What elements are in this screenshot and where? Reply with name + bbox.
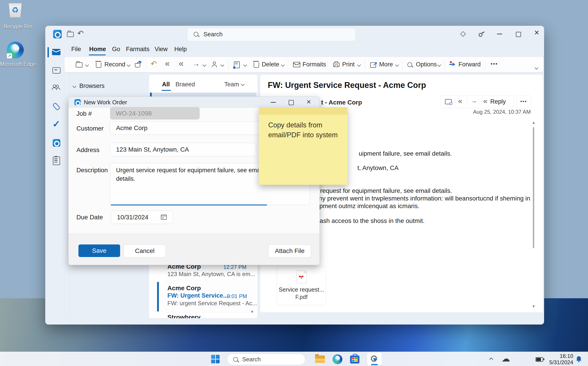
scroll-down-icon[interactable]: ▼	[532, 304, 536, 309]
reply-button-label[interactable]: Reply	[490, 98, 506, 105]
scroll-up-icon[interactable]: ▲	[532, 121, 536, 125]
customer-value: Acme Corp	[116, 124, 148, 132]
sidebar-todo-icon[interactable]: ✓	[52, 118, 60, 130]
ribbon-rules-icon[interactable]	[234, 61, 240, 68]
desktop-icon-recycle-bin[interactable]: ♻ Becyple Rin	[0, 2, 36, 31]
recycle-glyph: ♻	[12, 5, 19, 15]
ribbon-options-icon[interactable]	[407, 62, 412, 67]
folders-root-label[interactable]: Browsers	[79, 83, 105, 90]
ribbon-delete-label[interactable]: Delete	[262, 61, 279, 68]
menu-farmaits[interactable]: Farmaits	[126, 46, 149, 53]
battery-icon[interactable]	[536, 357, 543, 362]
premium-diamond-icon[interactable]: ◇	[460, 29, 466, 38]
ribbon-formaits-icon[interactable]	[293, 62, 300, 67]
ribbon-forward-arrow-icon[interactable]: →	[192, 59, 200, 68]
ribbon-reply-all-icon[interactable]: «	[165, 59, 170, 69]
ribbon-record-icon[interactable]	[96, 62, 101, 68]
titlebar-folder-icon[interactable]	[67, 32, 74, 37]
window-close-button[interactable]: ×	[534, 28, 539, 38]
list-item-sender[interactable]: Strowbrery	[167, 314, 201, 319]
taskbar-clock[interactable]: 16:10 5/31/2024	[544, 353, 573, 366]
ribbon-more-icon[interactable]: ↗	[370, 62, 376, 68]
ribbon-print-icon[interactable]	[333, 63, 340, 67]
sidebar-people-icon[interactable]	[52, 84, 60, 91]
sidebar-outlook-icon[interactable]	[53, 139, 60, 147]
tab-team[interactable]: Team	[224, 81, 239, 88]
cancel-label: Cancel	[135, 247, 154, 254]
sidebar-mail-icon[interactable]	[52, 49, 60, 55]
address-input[interactable]: 123 Main St, Anytown, CA	[110, 143, 256, 156]
reply-icon[interactable]: «	[458, 96, 462, 105]
speaker-icon[interactable]	[525, 356, 532, 362]
ribbon-record-label[interactable]: Recond	[104, 61, 125, 68]
ribbon-folder-icon[interactable]	[76, 62, 82, 68]
start-button[interactable]	[211, 355, 220, 363]
desktop-icon-edge[interactable]: ↗ Microsoft Edge	[0, 40, 36, 76]
email-body-line: ipment outmz imlcenquat as icmaris.	[318, 203, 419, 210]
reply-toolbar: « → « Reply	[441, 95, 514, 108]
calendar-icon[interactable]	[161, 215, 167, 220]
sticky-note[interactable]: Copy details from email/PDF into system	[259, 107, 348, 185]
dialog-maximize-button[interactable]	[289, 100, 294, 105]
titlebar-undo-icon[interactable]: ↶	[77, 29, 84, 38]
customer-input[interactable]: Acme Corp	[110, 121, 272, 135]
search-placeholder: Search	[203, 31, 223, 38]
email-sender-fragment: t - Acme Corp	[321, 99, 362, 106]
notification-bell-icon[interactable]	[575, 355, 582, 363]
share-to-teams-icon[interactable]	[445, 99, 452, 104]
due-date-input[interactable]: 10/31/2024	[111, 211, 173, 224]
ribbon-options-label[interactable]: Options	[416, 61, 437, 68]
ribbon-sweep-icon[interactable]	[135, 63, 140, 68]
ribbon-formaits-label[interactable]: Formaits	[303, 61, 326, 68]
ribbon-delete-icon[interactable]	[254, 62, 259, 68]
menu-home[interactable]: Home	[89, 46, 106, 53]
cancel-button[interactable]: Cancel	[124, 244, 166, 258]
taskbar-search[interactable]: Search	[227, 354, 305, 365]
sidebar-selection-bar	[47, 47, 49, 57]
shortcut-arrow-icon: ↗	[7, 53, 12, 59]
pdf-file-icon	[296, 270, 306, 283]
list-item-sender: Acme Corp	[167, 285, 201, 292]
file-explorer-icon[interactable]	[315, 355, 325, 363]
window-minimize-button[interactable]	[497, 34, 502, 34]
clock-time: 16:10	[544, 353, 573, 359]
ribbon-person-icon[interactable]	[212, 61, 217, 67]
menu-go[interactable]: Go	[112, 46, 120, 53]
save-button[interactable]: Save	[78, 244, 120, 257]
list-scroll-down-icon[interactable]: ▼	[250, 310, 254, 314]
ribbon-undo-icon[interactable]: ↶	[151, 59, 157, 68]
tab-team-chevron-icon[interactable]	[241, 82, 245, 86]
sidebar-notes-icon[interactable]	[53, 157, 60, 165]
tab-braeed[interactable]: Braeed	[175, 81, 195, 88]
ribbon-print-label[interactable]: Print	[342, 61, 355, 68]
search-box[interactable]: Search	[187, 28, 356, 41]
menu-help[interactable]: Help	[174, 46, 187, 53]
onedrive-cloud-icon[interactable]: ☁	[501, 354, 510, 364]
ribbon-forward-btn-icon[interactable]	[449, 62, 455, 68]
attach-file-button[interactable]: Attach File	[268, 244, 311, 258]
reply-all-icon[interactable]: «	[483, 96, 487, 105]
scrollbar-thumb[interactable]	[533, 127, 534, 248]
due-date-value: 10/31/2024	[117, 214, 148, 221]
settings-app-active[interactable]: ⚙	[367, 353, 382, 365]
taskbar-edge-icon[interactable]	[333, 354, 342, 364]
menu-view[interactable]: View	[155, 46, 168, 53]
tray-expand-icon[interactable]	[489, 358, 493, 361]
wifi-icon[interactable]	[514, 356, 522, 361]
store-icon[interactable]	[350, 355, 359, 364]
ribbon-reply-all2-icon[interactable]: «	[179, 59, 184, 69]
ribbon-forward-label[interactable]: Forward	[459, 61, 481, 68]
forward-icon[interactable]: →	[471, 97, 477, 105]
ribbon-ellipsis[interactable]: •••	[491, 61, 498, 67]
tab-all[interactable]: All	[162, 81, 170, 88]
attachment-card[interactable]: Service request... F.pdf	[277, 266, 326, 305]
menu-file[interactable]: File	[71, 46, 81, 53]
dialog-close-button[interactable]: ×	[306, 97, 311, 106]
attach-file-label: Attach File	[275, 247, 305, 254]
dialog-minimize-button[interactable]	[271, 102, 276, 103]
window-maximize-button[interactable]	[516, 32, 521, 37]
email-more-button[interactable]: •••	[516, 95, 531, 108]
list-item-selected[interactable]: Acme Corp FW: Urgent Service... 9:01 PM …	[149, 282, 257, 312]
sidebar-archive-icon[interactable]	[52, 67, 60, 74]
ribbon-more-label[interactable]: More	[379, 61, 393, 68]
